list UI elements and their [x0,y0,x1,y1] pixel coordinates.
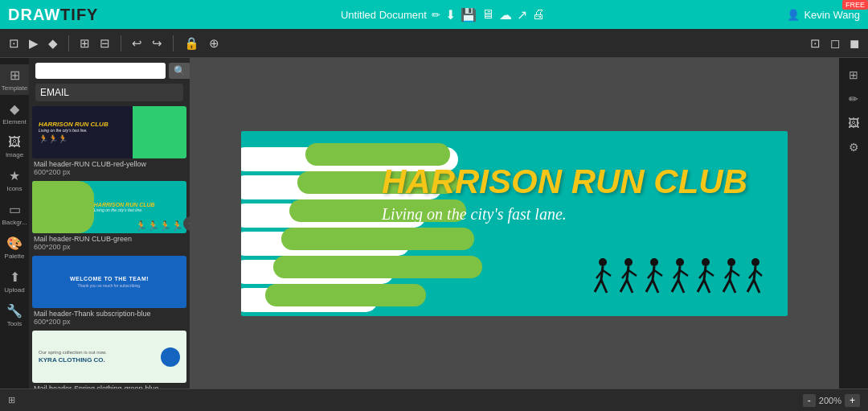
svg-point-18 [676,258,684,266]
view-mode-1-icon[interactable]: ⊡ [808,35,823,52]
svg-line-41 [755,270,762,276]
template-list: HARRISON RUN CLUB Living on the city's f… [29,106,190,388]
canvas-area: HARRISON RUN CLUB Living on the city's f… [190,58,839,388]
search-button[interactable]: 🔍 [169,63,190,79]
svg-line-29 [706,270,714,276]
canvas-content: HARRISON RUN CLUB Living on the city's f… [382,163,747,224]
link-icon[interactable]: ⊕ [207,35,222,52]
edit-title-icon[interactable]: ✏ [432,9,440,21]
right-panel: ⊞ ✏ 🖼 ⚙ [839,58,868,388]
topbar-center: Untitled Document ✏ ⬇ 💾 🖥 ☁ ↗ 🖨 [104,7,780,23]
template-panel: 🔍 EMAIL HARRISON RUN CLUB Living on the … [29,58,190,388]
view-mode-3-icon[interactable]: ◼ [847,35,862,52]
bottom-bar: ⊞ - 200% + [0,388,868,411]
sidebar-item-element[interactable]: ◆ Element [0,98,29,129]
svg-point-6 [624,258,633,266]
template-item-spring-clothing[interactable]: Our spring collection is out now. KYRA C… [32,331,186,388]
right-panel-icon-1[interactable]: ⊞ [845,64,862,85]
toolbar-separator [68,35,69,51]
template-meta-4: Mail header-Spring clothing-green-blue 6… [32,384,186,388]
lock-icon[interactable]: 🔒 [182,35,202,52]
topbar: DRAWTIFY Untitled Document ✏ ⬇ 💾 🖥 ☁ ↗ 🖨… [0,0,868,29]
template-item-welcome-blue[interactable]: WELCOME TO THE TEAM! Thank you so much f… [32,256,186,326]
undo-icon[interactable]: ↩ [129,35,145,52]
svg-line-26 [698,280,704,292]
sidebar-item-tools[interactable]: 🔧 Tools [0,300,29,331]
template-label: Template [2,84,27,92]
svg-line-27 [704,280,710,293]
design-canvas[interactable]: HARRISON RUN CLUB Living on the city's f… [241,131,788,316]
user-icon: 👤 [787,9,800,21]
right-panel-icon-4[interactable]: ⚙ [845,137,863,158]
main-layout: ⊞ Template ◆ Element 🖼 Image ★ Icons ▭ B… [0,58,868,388]
app-logo: DRAWTIFY [8,6,98,24]
free-badge: FREE [842,0,868,10]
template-item-run-club-green[interactable]: HARRISON RUN CLUB Living on the city's f… [32,181,186,251]
grid-bottom-icon[interactable]: ⊞ [8,395,15,405]
shape-tool-icon[interactable]: ◆ [46,35,60,52]
template-meta-1: Mail header-RUN CLUB-red-yellow 600*200 … [32,160,186,176]
svg-line-33 [730,280,735,293]
sidebar-item-template[interactable]: ⊞ Template [0,64,29,95]
user-info[interactable]: 👤 Kevin Wang [787,9,860,21]
download-icon[interactable]: ⬇ [445,7,456,23]
sidebar-item-palette[interactable]: 🎨 Palette [0,232,29,263]
svg-point-24 [702,258,710,266]
background-icon: ▭ [9,202,21,217]
runners-graphic [587,256,764,308]
toolbar-separator-3 [173,35,174,51]
svg-line-8 [620,280,627,292]
template-meta-3: Mail header-Thank subscription-blue 600*… [32,310,186,326]
svg-line-35 [731,270,739,276]
sidebar-item-upload[interactable]: ⬆ Upload [0,266,29,297]
image-label: Image [6,151,23,158]
svg-line-5 [603,270,611,276]
svg-line-21 [678,280,684,293]
svg-line-20 [672,280,678,292]
add-tool-icon[interactable]: ⊞ [77,35,92,52]
svg-point-12 [650,258,658,266]
canvas-title: HARRISON RUN CLUB [382,163,747,200]
svg-line-15 [653,280,658,293]
preview-icon[interactable]: 🖥 [481,7,494,22]
redo-icon[interactable]: ↪ [149,35,165,52]
right-panel-icon-3[interactable]: 🖼 [844,113,863,134]
sidebar-item-image[interactable]: 🖼 Image [0,132,29,162]
svg-point-0 [599,258,607,266]
element-label: Element [2,118,26,125]
save-icon[interactable]: 💾 [461,7,477,23]
sidebar-item-background[interactable]: ▭ Backgr... [0,199,29,229]
svg-point-30 [727,258,735,266]
user-name: Kevin Wang [804,9,860,21]
tools-icon: 🔧 [6,303,23,319]
print-icon[interactable]: 🖨 [532,7,545,22]
icons-label: Icons [6,185,22,192]
toolbar: ⊡ ▶ ◆ ⊞ ⊟ ↩ ↪ 🔒 ⊕ ⊡ ◻ ◼ [0,29,868,58]
right-panel-icon-2[interactable]: ✏ [845,88,862,109]
palette-icon: 🎨 [6,236,23,251]
zoom-plus-button[interactable]: + [845,394,860,407]
svg-line-17 [654,270,662,276]
svg-line-32 [723,280,730,292]
template-meta-2: Mail header-RUN CLUB-green 600*200 px [32,235,186,251]
canvas-subtitle: Living on the city's fast lane. [382,205,747,224]
search-input[interactable] [35,63,166,79]
category-select[interactable]: EMAIL [35,84,183,101]
sidebar-item-icons[interactable]: ★ Icons [0,165,29,195]
play-tool-icon[interactable]: ▶ [27,35,41,52]
svg-line-9 [627,280,633,293]
grid-tool-icon[interactable]: ⊡ [6,35,22,52]
share-icon[interactable]: ↗ [517,7,527,23]
zoom-minus-button[interactable]: - [803,394,816,407]
background-label: Backgr... [2,219,27,226]
template-item-run-club-red[interactable]: HARRISON RUN CLUB Living on the city's f… [32,106,186,176]
remove-tool-icon[interactable]: ⊟ [97,35,113,52]
view-mode-2-icon[interactable]: ◻ [828,35,842,52]
panel-search-bar: 🔍 [29,58,190,84]
cloud-icon[interactable]: ☁ [499,7,512,23]
image-icon: 🖼 [8,135,21,150]
tools-label: Tools [7,320,23,327]
svg-line-38 [747,280,754,292]
toolbar-right: ⊡ ◻ ◼ [808,35,862,52]
template-icon: ⊞ [10,68,20,83]
